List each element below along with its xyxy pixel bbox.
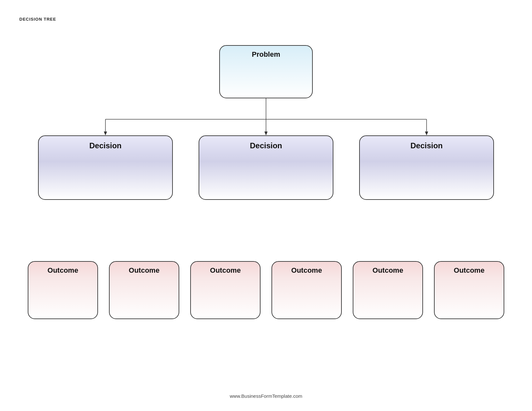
decision-node-2: Decision <box>199 135 333 200</box>
outcome-label-6: Outcome <box>454 266 484 275</box>
footer-text: www.BusinessFormTemplate.com <box>230 393 302 399</box>
decision-label-2: Decision <box>250 141 282 150</box>
decision-label-1: Decision <box>89 141 122 150</box>
page-title: DECISION TREE <box>19 17 56 22</box>
outcome-label-1: Outcome <box>47 266 78 275</box>
svg-marker-4 <box>104 132 107 135</box>
problem-node: Problem <box>219 45 313 98</box>
outcome-row: Outcome Outcome Outcome Outcome Outcome … <box>0 261 532 319</box>
decision-row: Decision Decision Decision <box>0 135 532 200</box>
decision-node-1: Decision <box>38 135 173 200</box>
svg-marker-8 <box>425 132 428 135</box>
decision-label-3: Decision <box>410 141 443 150</box>
outcome-label-3: Outcome <box>210 266 241 275</box>
outcome-node-4: Outcome <box>271 261 342 319</box>
outcome-node-5: Outcome <box>353 261 423 319</box>
outcome-node-2: Outcome <box>109 261 179 319</box>
svg-marker-6 <box>264 132 268 135</box>
outcome-label-5: Outcome <box>372 266 403 275</box>
outcome-label-4: Outcome <box>291 266 322 275</box>
outcome-label-2: Outcome <box>129 266 159 275</box>
decision-node-3: Decision <box>359 135 494 200</box>
outcome-node-6: Outcome <box>434 261 504 319</box>
outcome-node-3: Outcome <box>190 261 261 319</box>
outcome-node-1: Outcome <box>28 261 98 319</box>
problem-label: Problem <box>252 50 280 59</box>
